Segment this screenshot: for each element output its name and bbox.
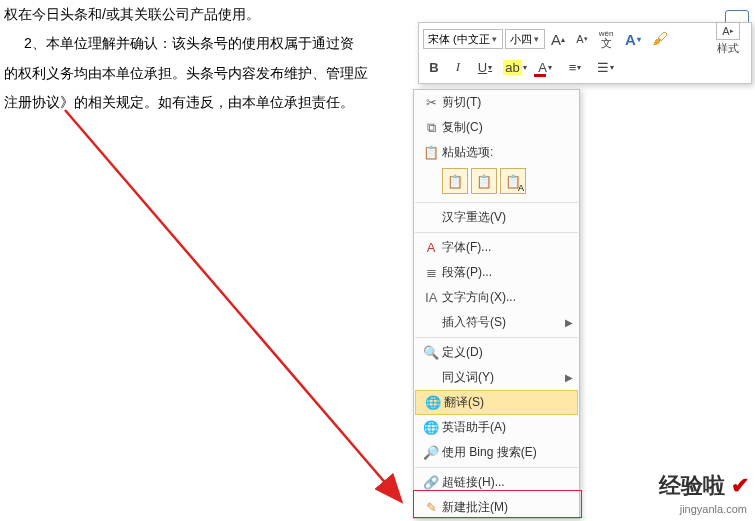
menu-synonyms[interactable]: 同义词(Y)▶: [414, 365, 579, 390]
separator: [415, 202, 578, 203]
separator: [415, 467, 578, 468]
menu-text-direction[interactable]: ⅠA文字方向(X)...: [414, 285, 579, 310]
paragraph-icon: ≣: [420, 265, 442, 280]
font-a-icon: A: [420, 240, 442, 255]
bold-button[interactable]: B: [423, 56, 445, 78]
watermark-sub: jingyanla.com: [680, 503, 747, 515]
chevron-right-icon: ▶: [565, 372, 573, 383]
globe-icon: 🌐: [420, 420, 442, 435]
paste-text-only-icon[interactable]: 📋A: [500, 168, 526, 194]
doc-text: 权在今日头条和/或其关联公司产品使用。: [4, 6, 260, 22]
link-icon: 🔗: [420, 475, 442, 490]
grow-font-button[interactable]: A▴: [547, 28, 569, 50]
menu-new-comment[interactable]: ✎新建批注(M): [414, 495, 579, 520]
doc-text: 2、本单位理解并确认：该头条号的使用权属于通过资: [24, 35, 354, 51]
menu-copy[interactable]: ⧉复制(C): [414, 115, 579, 140]
search-icon: 🔎: [420, 445, 442, 460]
separator: [415, 232, 578, 233]
menu-translate[interactable]: 🌐翻译(S): [415, 390, 578, 415]
menu-english-assistant[interactable]: 🌐英语助手(A): [414, 415, 579, 440]
menu-paste-options: 📋粘贴选项:: [414, 140, 579, 165]
bullets-button[interactable]: ≡▾: [561, 56, 589, 78]
copy-icon: ⧉: [420, 120, 442, 136]
scissors-icon: ✂: [420, 95, 442, 110]
search-icon: 🔍: [420, 345, 442, 360]
shrink-font-button[interactable]: A▾: [571, 28, 593, 50]
clipboard-icon: 📋: [420, 145, 442, 160]
highlight-button[interactable]: ab▾: [501, 56, 529, 78]
mini-toolbar: 宋体 (中文正▾ 小四▾ A▴ A▾ wén文 A▾ 🖌 A▸ 样式 B I U…: [418, 22, 752, 84]
underline-button[interactable]: U▾: [471, 56, 499, 78]
context-menu: ✂剪切(T) ⧉复制(C) 📋粘贴选项: 📋 📋 📋A 汉字重选(V) A字体(…: [413, 89, 580, 519]
chevron-right-icon: ▶: [565, 317, 573, 328]
menu-cut[interactable]: ✂剪切(T): [414, 90, 579, 115]
menu-font[interactable]: A字体(F)...: [414, 235, 579, 260]
paste-options-row: 📋 📋 📋A: [414, 165, 579, 200]
italic-button[interactable]: I: [447, 56, 469, 78]
styles-button[interactable]: A▸ 样式: [709, 22, 747, 56]
doc-text: 注册协议》的相关规定。如有违反，由本单位承担责任。: [4, 94, 354, 110]
doc-text: 的权利义务均由本单位承担。头条号内容发布维护、管理应: [4, 65, 368, 81]
numbering-button[interactable]: ☰▾: [591, 56, 619, 78]
svg-line-0: [65, 110, 400, 500]
new-comment-icon: ✎: [420, 500, 442, 515]
translate-icon: 🌐: [422, 395, 444, 410]
menu-han-reselect[interactable]: 汉字重选(V): [414, 205, 579, 230]
separator: [415, 337, 578, 338]
menu-define[interactable]: 🔍定义(D): [414, 340, 579, 365]
menu-bing-search[interactable]: 🔎使用 Bing 搜索(E): [414, 440, 579, 465]
menu-hyperlink[interactable]: 🔗超链接(H)...: [414, 470, 579, 495]
arrow-annotation: [60, 105, 430, 515]
menu-paragraph[interactable]: ≣段落(P)...: [414, 260, 579, 285]
paste-keep-source-icon[interactable]: 📋: [442, 168, 468, 194]
text-direction-icon: ⅠA: [420, 290, 442, 305]
font-color-button[interactable]: A▾: [531, 56, 559, 78]
font-name-select[interactable]: 宋体 (中文正▾: [423, 29, 503, 49]
phonetic-guide-button[interactable]: wén文: [595, 28, 617, 50]
font-size-select[interactable]: 小四▾: [505, 29, 545, 49]
text-effects-button[interactable]: A▾: [619, 28, 647, 50]
watermark: 经验啦 ✔: [659, 471, 749, 501]
format-painter-button[interactable]: 🖌: [649, 28, 671, 50]
paste-merge-icon[interactable]: 📋: [471, 168, 497, 194]
menu-insert-symbol[interactable]: 插入符号(S)▶: [414, 310, 579, 335]
